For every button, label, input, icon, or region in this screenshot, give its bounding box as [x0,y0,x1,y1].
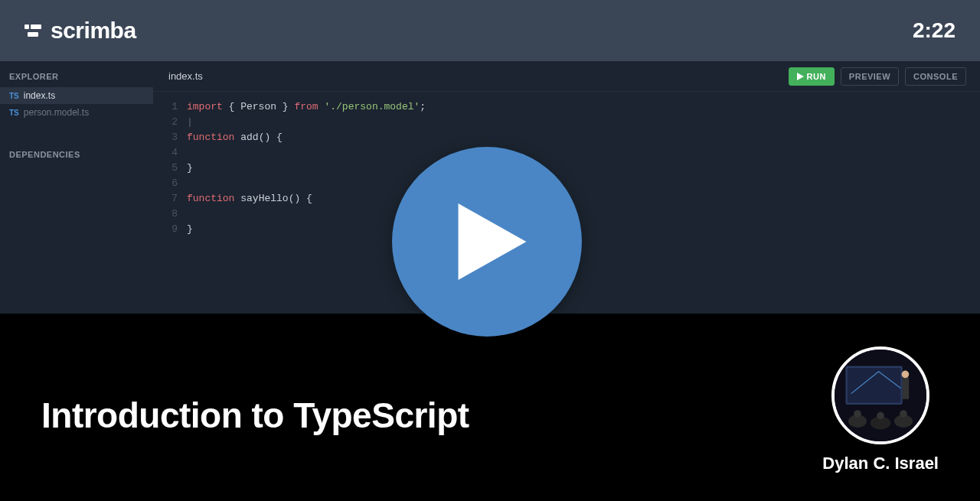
ts-badge-icon: TS [9,92,19,100]
top-bar: scrimba 2:22 [0,0,980,61]
editor-toolbar: index.ts RUN PREVIEW CONSOLE [153,61,980,92]
svg-rect-5 [848,368,901,403]
code-content: import { Person } from './person.model';… [187,99,980,314]
preview-button[interactable]: PREVIEW [841,67,899,86]
cursor-icon: | [187,116,193,128]
editor-tab[interactable]: index.ts [153,61,218,91]
video-timer: 2:22 [913,18,956,43]
play-icon [797,73,804,80]
file-name: index.ts [24,90,55,101]
brand-name: scrimba [51,18,136,44]
explorer-heading: EXPLORER [0,61,153,87]
play-button[interactable] [392,147,582,337]
course-title: Introduction to TypeScript [41,395,469,436]
svg-point-13 [900,410,907,418]
dependencies-heading: DEPENDENCIES [0,139,153,165]
ts-badge-icon: TS [9,109,19,117]
play-icon [458,203,527,280]
scrimba-logo-icon [24,21,43,40]
svg-rect-2 [28,32,38,37]
file-item-index[interactable]: TS index.ts [0,87,153,104]
file-name: person.model.ts [24,107,89,118]
svg-point-11 [854,410,861,418]
footer: Introduction to TypeScript [0,314,980,501]
run-button[interactable]: RUN [789,67,835,86]
svg-rect-6 [903,377,909,399]
avatar-image-icon [835,350,926,441]
author-name: Dylan C. Israel [822,454,939,473]
run-label: RUN [807,72,826,81]
svg-rect-1 [31,24,41,29]
file-item-person-model[interactable]: TS person.model.ts [0,104,153,121]
author-block: Dylan C. Israel [822,346,939,473]
line-gutter: 1 2 3 4 5 6 7 8 9 [153,99,187,314]
author-avatar[interactable] [831,346,929,444]
brand-logo[interactable]: scrimba [24,18,136,44]
svg-point-12 [877,412,884,419]
sidebar: EXPLORER TS index.ts TS person.model.ts … [0,61,153,314]
svg-rect-0 [24,24,29,29]
editor-actions: RUN PREVIEW CONSOLE [789,67,966,86]
svg-point-7 [902,370,910,378]
console-button[interactable]: CONSOLE [905,67,966,86]
